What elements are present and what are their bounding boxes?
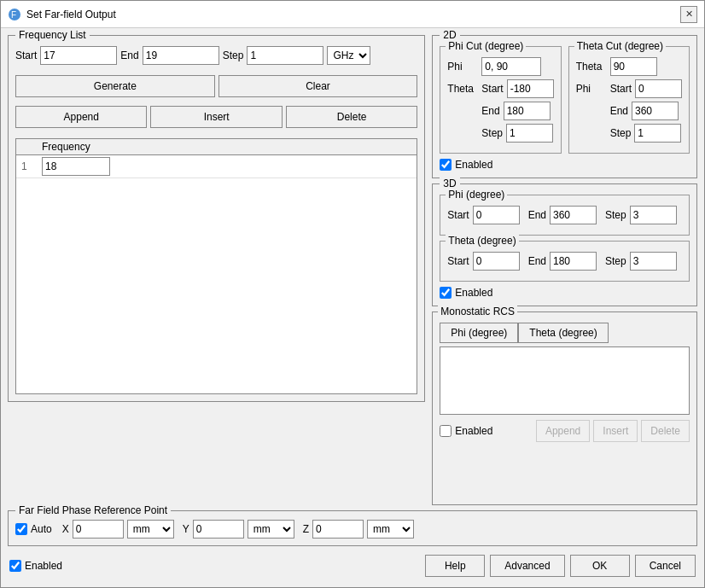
- monostatic-rcs-group: Monostatic RCS Phi (degree) Theta (degre…: [432, 311, 697, 505]
- 3d-theta-end-label: End: [528, 255, 546, 267]
- mono-delete-button: Delete: [641, 420, 690, 442]
- append-button[interactable]: Append: [15, 106, 147, 128]
- window-body: Frequency List Start End Step GHz MHz kH…: [1, 28, 704, 587]
- main-content-row: Frequency List Start End Step GHz MHz kH…: [8, 35, 697, 505]
- 3d-theta-group: Theta (degree) Start End Step: [440, 241, 690, 282]
- far-field-phase-group: Far Field Phase Reference Point Auto X m…: [8, 510, 697, 546]
- 3d-theta-step-label: Step: [605, 255, 626, 267]
- main-enabled-label: Enabled: [25, 560, 62, 572]
- frequency-cell-input[interactable]: [42, 157, 110, 176]
- theta-cut-end-row: End: [576, 102, 682, 120]
- section-3d: 3D Phi (degree) Start End Step: [432, 183, 697, 306]
- x-unit-select[interactable]: mmcmm: [127, 520, 174, 539]
- y-unit-select[interactable]: mmcmm: [248, 520, 294, 539]
- delete-button[interactable]: Delete: [286, 106, 417, 128]
- theta-cut-theta-input[interactable]: [610, 57, 657, 76]
- z-input[interactable]: [312, 520, 364, 539]
- help-button[interactable]: Help: [425, 555, 485, 577]
- phi-cut-theta-step-input[interactable]: [506, 124, 553, 143]
- theta-cut-theta-row: Theta: [576, 57, 682, 76]
- unit-select[interactable]: GHz MHz kHz Hz: [327, 46, 370, 65]
- auto-checkbox[interactable]: [15, 523, 27, 535]
- frequency-cell[interactable]: [37, 155, 417, 178]
- mono-theta-tab[interactable]: Theta (degree): [518, 323, 608, 343]
- phi-cut-phi-input[interactable]: [481, 57, 541, 76]
- far-field-row: Auto X mmcmm Y mmcmm Z mmcmm: [15, 520, 690, 539]
- far-field-label: Far Field Phase Reference Point: [15, 504, 171, 516]
- advanced-button[interactable]: Advanced: [490, 555, 564, 577]
- 2d-label: 2D: [440, 29, 459, 41]
- 2d-enabled-label: Enabled: [455, 159, 492, 171]
- footer-left: Enabled: [9, 560, 62, 572]
- phi-cut-step-row: Step: [447, 124, 553, 143]
- z-unit-select[interactable]: mmcmm: [367, 520, 414, 539]
- mono-insert-button: Insert: [593, 420, 638, 442]
- start-label-2: Start: [481, 83, 503, 95]
- mono-tabs-row: Phi (degree) Theta (degree): [440, 323, 690, 343]
- phi-cut-theta-row: Theta Start: [447, 79, 553, 98]
- frequency-list-group: Frequency List Start End Step GHz MHz kH…: [8, 35, 425, 402]
- step-input[interactable]: [247, 46, 323, 65]
- 3d-phi-start-input[interactable]: [473, 206, 520, 224]
- phi-cut-theta-end-input[interactable]: [504, 102, 551, 120]
- 2d-enabled-row: Enabled: [440, 159, 690, 171]
- theta-cut-step-row: Step: [576, 124, 682, 143]
- left-panel: Frequency List Start End Step GHz MHz kH…: [8, 35, 425, 505]
- footer-row: Enabled Help Advanced OK Cancel: [8, 551, 697, 580]
- phi-cut-end-row: End: [447, 102, 553, 120]
- right-panel: 2D Phi Cut (degree) Phi Theta Start: [432, 35, 697, 505]
- 3d-enabled-label: Enabled: [455, 287, 492, 299]
- theta-cut-phi-end-input[interactable]: [632, 102, 679, 120]
- generate-clear-row: Generate Clear: [15, 75, 417, 97]
- frequency-header: Frequency: [37, 139, 417, 155]
- insert-button[interactable]: Insert: [150, 106, 282, 128]
- clear-button[interactable]: Clear: [218, 75, 418, 97]
- 3d-theta-start-label: Start: [447, 255, 469, 267]
- 3d-theta-step-input[interactable]: [630, 252, 677, 271]
- 3d-label: 3D: [440, 178, 459, 189]
- 3d-theta-label: Theta (degree): [446, 235, 518, 247]
- mono-enabled-checkbox[interactable]: [440, 425, 452, 437]
- 3d-theta-end-input[interactable]: [550, 252, 597, 271]
- 3d-phi-group: Phi (degree) Start End Step: [440, 195, 690, 236]
- window-icon: F: [8, 8, 21, 21]
- 3d-enabled-checkbox[interactable]: [440, 287, 452, 299]
- title-bar: F Set Far-field Output ✕: [1, 1, 704, 28]
- row-number: 1: [16, 155, 37, 178]
- theta-cut-label: Theta Cut (degree): [574, 40, 666, 52]
- y-label: Y: [183, 523, 189, 535]
- generate-button[interactable]: Generate: [15, 75, 215, 97]
- cancel-button[interactable]: Cancel: [635, 555, 696, 577]
- 3d-phi-end-input[interactable]: [550, 206, 597, 224]
- footer-right: Help Advanced OK Cancel: [425, 555, 696, 577]
- 2d-enabled-checkbox[interactable]: [440, 159, 452, 171]
- frequency-table-container: Frequency 1: [15, 138, 417, 394]
- end-label-3: End: [610, 105, 628, 117]
- theta-label-2: Theta: [576, 61, 607, 73]
- 3d-phi-step-input[interactable]: [630, 206, 677, 224]
- end-label-2: End: [481, 105, 499, 117]
- y-input[interactable]: [193, 520, 244, 539]
- mono-phi-tab[interactable]: Phi (degree): [440, 323, 518, 343]
- svg-text:F: F: [11, 10, 16, 20]
- theta-cut-phi-step-input[interactable]: [634, 124, 681, 143]
- phi-cut-theta-start-input[interactable]: [507, 79, 554, 98]
- phi-label: Phi: [447, 61, 478, 73]
- section-2d: 2D Phi Cut (degree) Phi Theta Start: [432, 35, 697, 178]
- close-button[interactable]: ✕: [680, 6, 697, 23]
- mono-enabled-row: Enabled Append Insert Delete: [440, 420, 690, 442]
- ok-button[interactable]: OK: [570, 555, 630, 577]
- start-input[interactable]: [40, 46, 117, 65]
- main-enabled-checkbox[interactable]: [9, 560, 21, 572]
- step-label: Step: [223, 49, 244, 61]
- theta-cut-phi-start-input[interactable]: [635, 79, 682, 98]
- 3d-phi-label: Phi (degree): [446, 189, 507, 201]
- 3d-phi-end-label: End: [528, 209, 546, 221]
- row-num-header: [16, 139, 37, 155]
- 3d-theta-start-input[interactable]: [473, 252, 520, 271]
- end-input[interactable]: [143, 46, 219, 65]
- z-label: Z: [303, 523, 309, 535]
- x-label: X: [62, 523, 69, 535]
- phi-cut-group: Phi Cut (degree) Phi Theta Start: [440, 46, 561, 154]
- x-input[interactable]: [73, 520, 124, 539]
